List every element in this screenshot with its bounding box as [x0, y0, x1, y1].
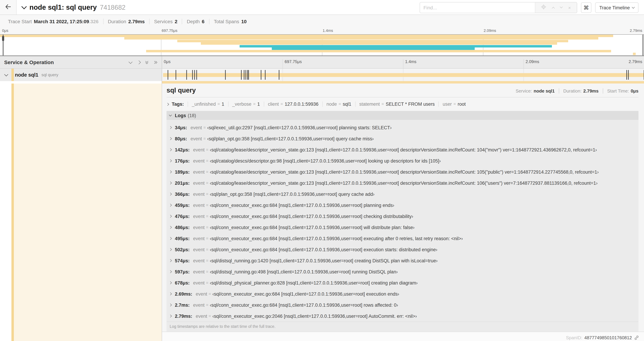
- log-row[interactable]: 2.79ms:event=‹sql/conn_executor_exec.go:…: [166, 310, 638, 321]
- equals-sign: =: [338, 102, 341, 107]
- collapse-all-icon[interactable]: [146, 61, 148, 64]
- log-timestamp: 597μs:: [175, 269, 190, 274]
- equals-sign: =: [204, 125, 206, 130]
- log-row[interactable]: 34μs:event=‹sql/exec_util.go:2297 [nsql1…: [166, 122, 638, 133]
- service-operation-label: Service & Operation: [0, 59, 54, 65]
- trace-minimap[interactable]: [0, 34, 644, 56]
- log-field-key: event: [193, 302, 205, 307]
- log-row[interactable]: 2.69ms:event=‹sql/conn_executor_exec.go:…: [166, 288, 638, 299]
- equals-sign: =: [206, 269, 208, 274]
- log-field-key: event: [193, 169, 205, 174]
- detail-left-accent: [14, 84, 162, 341]
- find-nav-buttons: ×: [535, 3, 577, 13]
- minimap-span-bar: [633, 53, 636, 55]
- chevron-right-icon: [169, 248, 172, 251]
- log-timestamp: 2.7ms:: [175, 302, 190, 307]
- chevron-right-icon: [169, 159, 172, 162]
- log-field-key: event: [193, 147, 205, 152]
- log-row[interactable]: 2.7ms:event=‹sql/conn_executor_exec.go:6…: [166, 299, 638, 310]
- expand-all-icon[interactable]: [154, 61, 157, 63]
- tag-value: sql1: [343, 102, 352, 107]
- log-timestamp: 476μs:: [175, 214, 190, 219]
- clear-search-icon[interactable]: ×: [568, 5, 571, 10]
- tag-item: user=root: [438, 102, 470, 107]
- span-collapse-icon[interactable]: [4, 72, 8, 76]
- expand-one-icon[interactable]: [138, 61, 140, 64]
- trace-id: 7418682: [100, 4, 126, 11]
- chevron-down-icon: [632, 6, 635, 9]
- log-row[interactable]: 495μs:event=‹sql/conn_executor_exec.go:6…: [166, 233, 638, 244]
- log-row[interactable]: 502μs:event=‹sql/conn_executor_exec.go:6…: [166, 244, 638, 255]
- equals-sign: =: [206, 181, 208, 185]
- log-row[interactable]: 459μs:event=‹sql/conn_executor_exec.go:6…: [166, 200, 638, 211]
- log-row[interactable]: 476μs:event=‹sql/conn_executor_exec.go:6…: [166, 211, 638, 222]
- logs-count: (18): [188, 113, 196, 118]
- minimap-span-bar: [240, 45, 552, 47]
- log-row[interactable]: 80μs:event=‹sql/plan_opt.go:358 [nsql1,c…: [166, 133, 638, 144]
- span-duration-bar[interactable]: [163, 73, 644, 77]
- tags-label: Tags:: [172, 102, 188, 107]
- log-row[interactable]: 201μs:event=‹sql/catalog/lease/descripto…: [166, 177, 638, 189]
- logs-header[interactable]: Logs (18): [166, 111, 638, 120]
- tag-value: root: [458, 102, 466, 107]
- trace-services: Services2: [149, 19, 182, 24]
- collapse-one-icon[interactable]: [129, 61, 132, 64]
- log-row[interactable]: 486μs:event=‹sql/conn_executor_exec.go:6…: [166, 222, 638, 233]
- log-field-key: event: [193, 191, 205, 197]
- tag-key: client: [268, 102, 279, 107]
- tick-label: 2.79ms: [630, 29, 642, 33]
- log-row[interactable]: 176μs:event=‹sql/catalog/descs/descripto…: [166, 155, 638, 166]
- span-operation-name: sql query: [42, 72, 58, 77]
- span-row: node sql1 sql query: [0, 69, 644, 81]
- logs-list: 34μs:event=‹sql/exec_util.go:2297 [nsql1…: [166, 120, 638, 321]
- log-tick-mark: [248, 70, 249, 80]
- equals-sign: =: [253, 102, 256, 107]
- log-row[interactable]: 574μs:event=‹sql/distsql_running.go:1420…: [166, 255, 638, 266]
- collapse-controls: [129, 61, 157, 64]
- divider: [166, 97, 638, 97]
- collapse-trace-icon[interactable]: [22, 4, 26, 11]
- log-row[interactable]: 189μs:event=‹sql/catalog/lease/descripto…: [166, 166, 638, 177]
- log-field-value: ‹sql/exec_util.go:2297 [nsql1,client=127…: [207, 125, 392, 130]
- span-row-name-cell[interactable]: node sql1 sql query: [0, 69, 162, 81]
- log-field-key: event: [193, 258, 205, 263]
- tag-key: statement: [359, 102, 380, 107]
- back-button[interactable]: [0, 0, 16, 15]
- detail-span-meta: Service:node sql1 Duration:2.79ms Start …: [512, 88, 638, 94]
- axis-tick: 1.4ms: [403, 59, 416, 68]
- deep-link-icon[interactable]: [634, 335, 639, 340]
- find-input[interactable]: [420, 3, 535, 13]
- log-field-key: event: [193, 280, 205, 285]
- chevron-right-icon: [169, 270, 172, 273]
- tags-row[interactable]: Tags: _unfinished=1_verbose=1client=127.…: [166, 102, 638, 107]
- chevron-right-icon: [169, 237, 172, 240]
- log-row[interactable]: 142μs:event=‹sql/catalog/lease/descripto…: [166, 144, 638, 155]
- arrow-left-icon: [5, 4, 11, 11]
- log-field-key: event: [193, 236, 205, 241]
- tag-item: _verbose=1: [228, 102, 264, 107]
- service-color-strip: [12, 84, 14, 341]
- detail-left-column: [0, 84, 162, 341]
- prev-result-icon[interactable]: [552, 7, 555, 10]
- log-row[interactable]: 597μs:event=‹sql/distsql_running.go:498 …: [166, 266, 638, 277]
- log-field-key: event: [193, 225, 205, 230]
- log-tick-mark: [246, 70, 246, 80]
- log-tick-mark: [186, 70, 187, 80]
- log-field-value: ‹sql/distsql_running.go:498 [nsql1,clien…: [210, 269, 398, 274]
- log-row[interactable]: 678μs:event=‹sql/distsql_physical_planne…: [166, 277, 638, 288]
- log-field-value: ‹sql/conn_executor_exec.go:684 [nsql1,cl…: [210, 203, 394, 208]
- chevron-down-icon: [169, 114, 172, 116]
- keyboard-shortcuts-button[interactable]: ⌘: [581, 3, 591, 13]
- next-span-bar: [162, 81, 644, 84]
- chevron-right-icon: [169, 137, 172, 140]
- tick-label: 0μs: [2, 29, 8, 33]
- span-id-label: SpanID:: [566, 335, 582, 340]
- minimap-right-scrubber[interactable]: [642, 35, 643, 56]
- log-row[interactable]: 366μs:event=‹sql/plan_opt.go:358 [nsql1,…: [166, 189, 638, 200]
- view-selector-button[interactable]: Trace Timeline: [595, 3, 638, 13]
- locate-icon[interactable]: [541, 5, 546, 11]
- next-result-icon[interactable]: [560, 5, 563, 8]
- log-timestamp: 678μs:: [175, 280, 190, 285]
- minimap-left-scrubber[interactable]: [3, 35, 4, 56]
- span-row-timeline-cell[interactable]: [162, 69, 644, 81]
